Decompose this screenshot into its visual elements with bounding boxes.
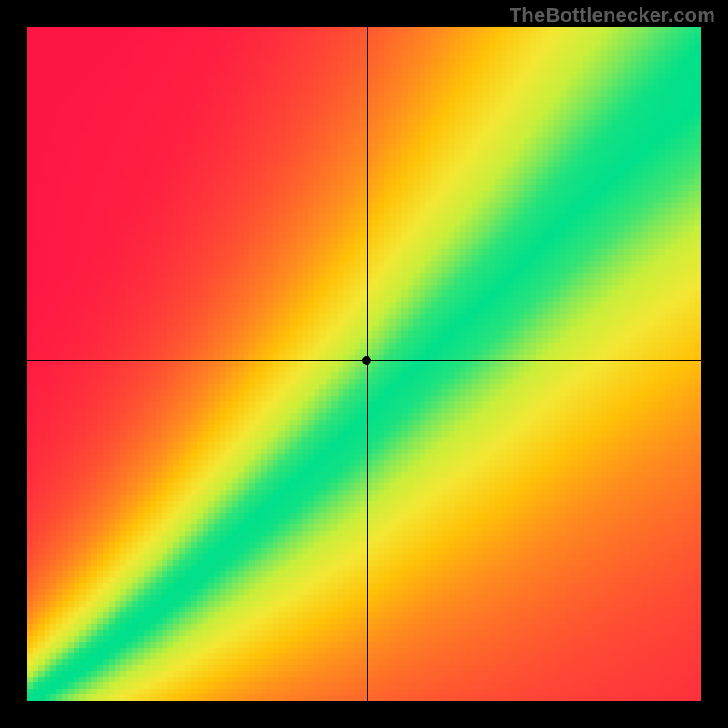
heatmap-plot (27, 27, 701, 701)
chart-frame: TheBottlenecker.com (0, 0, 728, 728)
crosshair-marker-dot (362, 356, 371, 365)
watermark-text: TheBottlenecker.com (510, 4, 715, 27)
